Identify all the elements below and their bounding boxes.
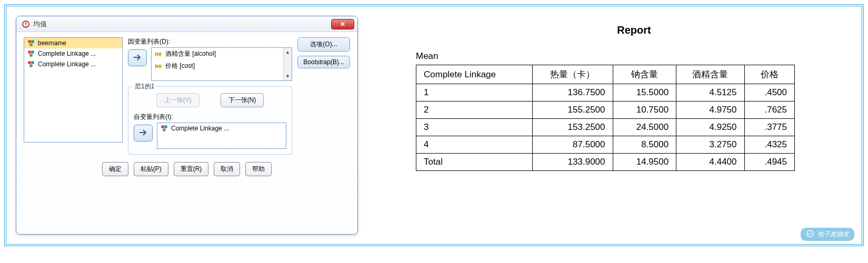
scroll-up-icon[interactable]: ▲ xyxy=(284,48,292,56)
cell-value: 153.2500 xyxy=(533,119,613,136)
cell-value: .3775 xyxy=(744,119,794,136)
cell-value: 24.5000 xyxy=(613,119,676,136)
options-button[interactable]: 选项(O)... xyxy=(297,37,350,52)
svg-point-4 xyxy=(29,43,33,46)
cancel-button[interactable]: 取消 xyxy=(214,162,240,176)
cell-value: 155.2500 xyxy=(533,102,613,119)
scroll-down-icon[interactable]: ▼ xyxy=(284,72,292,80)
row-label: Total xyxy=(416,154,533,171)
close-button[interactable]: ✕ xyxy=(331,19,354,29)
cell-value: .4325 xyxy=(744,136,794,154)
row-label: 3 xyxy=(416,119,533,136)
ok-button[interactable]: 确定 xyxy=(102,162,128,176)
svg-point-21 xyxy=(163,128,166,132)
svg-point-20 xyxy=(164,125,167,128)
nominal-icon xyxy=(27,50,35,57)
source-variable-list[interactable]: beernameComplete Linkage ...Complete Lin… xyxy=(24,37,123,143)
nominal-icon xyxy=(161,125,168,132)
cell-value: 3.2750 xyxy=(676,136,744,154)
svg-rect-16 xyxy=(155,64,156,68)
independent-label: 自变量列表(I): xyxy=(134,113,286,122)
mean-label: Mean xyxy=(416,51,852,62)
report-pane: Report Mean Complete Linkage热量（卡）钠含量酒精含量… xyxy=(416,16,852,235)
var-label: 酒精含量 [alcohol] xyxy=(165,49,216,58)
next-layer-button[interactable]: 下一张(N) xyxy=(221,93,264,107)
cell-value: .4945 xyxy=(744,154,794,171)
cell-value: 4.9250 xyxy=(676,119,744,136)
arrow-right-icon xyxy=(138,129,148,138)
report-col-header: 酒精含量 xyxy=(676,65,744,84)
svg-point-3 xyxy=(31,40,34,43)
reset-button[interactable]: 重置(R) xyxy=(174,162,209,176)
dialog-title: 均值 xyxy=(33,19,47,29)
cell-value: 14.9500 xyxy=(613,154,676,171)
svg-rect-12 xyxy=(155,52,156,56)
nominal-icon xyxy=(27,60,35,68)
svg-rect-18 xyxy=(159,64,161,68)
row-label: 1 xyxy=(416,84,533,102)
cell-value: .7625 xyxy=(744,102,794,119)
row-label: 2 xyxy=(416,102,533,119)
independent-variable-list[interactable]: Complete Linkage ... xyxy=(157,123,286,149)
source-var-item[interactable]: Complete Linkage ... xyxy=(24,59,122,69)
dependent-variable-list[interactable]: 酒精含量 [alcohol]价格 [cost] ▲ ▼ xyxy=(151,47,292,81)
means-dialog: 均值 ✕ beernameComplete Linkage ...Complet… xyxy=(16,16,358,235)
move-to-dependent-button[interactable] xyxy=(128,49,147,66)
scrollbar[interactable]: ▲ ▼ xyxy=(283,48,292,80)
cell-value: .4500 xyxy=(744,84,794,102)
table-row: 2155.250010.75004.9750.7625 xyxy=(416,102,795,119)
cell-value: 4.9750 xyxy=(676,102,744,119)
var-label: Complete Linkage ... xyxy=(38,50,96,57)
cell-value: 133.9000 xyxy=(533,154,613,171)
svg-point-8 xyxy=(28,61,31,64)
svg-rect-14 xyxy=(159,52,161,56)
cell-value: 87.5000 xyxy=(533,136,613,154)
source-var-item[interactable]: beername xyxy=(24,38,122,48)
svg-point-19 xyxy=(161,125,164,128)
watermark-text: 电子发烧友 xyxy=(817,230,849,239)
watermark-icon xyxy=(806,229,814,239)
title-bar[interactable]: 均值 ✕ xyxy=(16,16,357,32)
table-row: 1136.750015.50004.5125.4500 xyxy=(416,84,795,102)
table-row: Total133.900014.95004.4400.4945 xyxy=(416,154,795,171)
report-col-header: Complete Linkage xyxy=(416,65,533,84)
svg-point-5 xyxy=(28,50,31,54)
layer-group: 层1的1 上一张(V) 下一张(N) 自变量列表(I): xyxy=(128,86,292,155)
cell-value: 4.4400 xyxy=(676,154,744,171)
app-icon xyxy=(22,20,30,28)
dependent-label: 因变量列表(D): xyxy=(128,37,292,46)
layer-legend: 层1的1 xyxy=(133,82,156,91)
independent-var-item[interactable]: Complete Linkage ... xyxy=(157,123,286,134)
table-row: 487.50008.50003.2750.4325 xyxy=(416,136,795,154)
paste-button[interactable]: 粘贴(P) xyxy=(134,162,168,176)
move-to-independent-button[interactable] xyxy=(134,125,153,141)
dependent-var-item[interactable]: 酒精含量 [alcohol] xyxy=(152,48,292,60)
watermark: 电子发烧友 xyxy=(801,228,854,241)
cell-value: 136.7500 xyxy=(533,84,613,102)
source-var-item[interactable]: Complete Linkage ... xyxy=(24,48,122,59)
svg-point-2 xyxy=(28,40,31,43)
report-title: Report xyxy=(416,24,852,36)
prev-layer-button: 上一张(V) xyxy=(156,93,199,107)
bootstrap-button[interactable]: Bootstrap(B)... xyxy=(297,56,350,68)
help-button[interactable]: 帮助 xyxy=(245,162,272,176)
report-col-header: 热量（卡） xyxy=(533,65,613,84)
var-label: Complete Linkage ... xyxy=(171,125,229,132)
dialog-buttons: 确定 粘贴(P) 重置(R) 取消 帮助 xyxy=(24,159,350,177)
svg-point-10 xyxy=(29,64,33,67)
var-label: beername xyxy=(38,39,66,47)
scale-icon xyxy=(155,50,162,58)
cell-value: 15.5000 xyxy=(613,84,676,102)
table-row: 3153.250024.50004.9250.3775 xyxy=(416,119,795,136)
report-col-header: 钠含量 xyxy=(613,65,676,84)
arrow-right-icon xyxy=(133,54,142,63)
cell-value: 8.5000 xyxy=(613,136,676,154)
svg-point-9 xyxy=(31,61,34,64)
dependent-var-item[interactable]: 价格 [cost] xyxy=(152,60,292,72)
row-label: 4 xyxy=(416,136,533,154)
var-label: 价格 [cost] xyxy=(165,62,195,70)
nominal-icon xyxy=(27,39,35,47)
close-icon: ✕ xyxy=(340,21,345,28)
svg-point-6 xyxy=(31,50,34,54)
svg-rect-13 xyxy=(157,53,158,56)
